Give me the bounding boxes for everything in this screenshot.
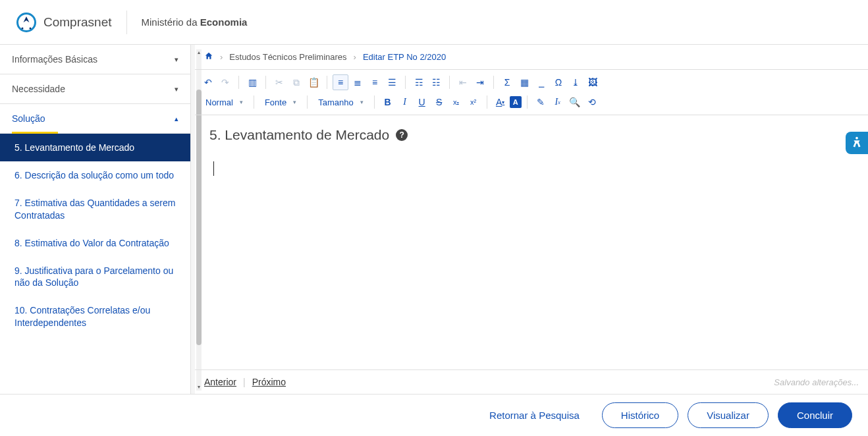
paint-icon[interactable]: ✎ [533,94,549,110]
svg-point-1 [22,27,24,29]
next-link[interactable]: Próximo [252,377,286,387]
numbered-list-icon[interactable]: ☶ [411,74,427,90]
align-center-icon[interactable]: ≣ [350,74,366,90]
sidebar-item-6[interactable]: 6. Descrição da solução como um todo [0,161,190,189]
format-dropdown[interactable]: Normal▾ [200,97,248,107]
svg-point-2 [30,27,32,29]
editor-toolbar: ↶ ↷ ▥ ✂ ⧉ 📋 ≡ ≣ ≡ ☰ ☶ ☷ [195,69,868,115]
bg-color-icon[interactable]: A [510,96,522,108]
svg-point-0 [18,13,36,31]
columns-icon[interactable]: ▥ [244,74,260,90]
image-icon[interactable]: 🖼 [585,74,601,90]
pagebreak-icon[interactable]: ⤓ [568,74,583,90]
subscript-icon[interactable]: x₂ [448,94,464,110]
paste-icon[interactable]: 📋 [306,74,321,90]
sidebar-item-9[interactable]: 9. Justificativa para o Parcelamento ou … [0,257,190,296]
strike-icon[interactable]: S [431,94,447,110]
sidebar-section-necessidade[interactable]: Necessidade ▾ [0,74,190,104]
superscript-icon[interactable]: x² [466,94,481,110]
header-bar: Comprasnet Ministério da Economia [0,0,868,45]
size-dropdown[interactable]: Tamanho▾ [313,97,368,107]
text-cursor [213,161,214,176]
chevron-up-icon: ▴ [175,115,178,123]
saving-status: Salvando alterações... [774,377,859,387]
replace-icon[interactable]: ⟲ [584,94,600,110]
back-link[interactable]: Retornar à Pesquisa [489,410,580,421]
copy-icon[interactable]: ⧉ [288,74,304,90]
align-left-icon[interactable]: ≡ [333,74,348,90]
ministry-label: Ministério da Economia [142,16,248,28]
breadcrumb: › Estudos Técnicos Preliminares › Editar… [195,45,868,69]
underline-icon[interactable]: U [414,94,430,110]
footer-bar: Retornar à Pesquisa Histórico Visualizar… [0,394,868,436]
omega-icon[interactable]: Ω [551,74,566,90]
finish-button[interactable]: Concluir [778,402,852,428]
sidebar-section-informacoes[interactable]: Informações Básicas ▾ [0,45,190,74]
sidebar-item-5[interactable]: 5. Levantamento de Mercado [0,134,190,161]
sidebar-item-8[interactable]: 8. Estimativa do Valor da Contratação [0,229,190,257]
chevron-down-icon: ▾ [175,55,178,64]
main-panel: › Estudos Técnicos Preliminares › Editar… [191,45,868,394]
preview-button[interactable]: Visualizar [688,402,769,428]
cut-icon[interactable]: ✂ [271,74,287,90]
align-right-icon[interactable]: ≡ [367,74,383,90]
undo-icon[interactable]: ↶ [200,74,216,90]
search-icon[interactable]: 🔍 [567,94,583,110]
home-icon[interactable] [204,51,213,63]
clear-format-icon[interactable]: Ix [550,94,566,110]
align-justify-icon[interactable]: ☰ [384,74,400,90]
sidebar-section-solucao[interactable]: Solução ▴ [0,104,190,134]
redo-icon[interactable]: ↷ [217,74,233,90]
breadcrumb-current[interactable]: Editar ETP No 2/2020 [363,52,446,62]
accessibility-widget[interactable] [846,132,868,154]
help-icon[interactable]: ? [396,129,408,141]
italic-icon[interactable]: I [397,94,413,110]
header-divider [126,11,127,34]
hr-icon[interactable]: ⎯ [533,74,549,90]
page-nav: Anterior | Próximo Salvando alterações..… [195,369,868,394]
brand-name: Comprasnet [43,15,112,30]
brand-logo[interactable]: Comprasnet [14,11,112,34]
section-title: 5. Levantamento de Mercado ? [209,127,854,143]
sidebar: Informações Básicas ▾ Necessidade ▾ Solu… [0,45,191,394]
sidebar-item-10[interactable]: 10. Contratações Correlatas e/ou Interde… [0,296,190,336]
prev-link[interactable]: Anterior [204,377,236,387]
bulleted-list-icon[interactable]: ☷ [428,74,444,90]
text-color-icon[interactable]: A▾ [493,94,508,110]
outdent-icon[interactable]: ⇤ [455,74,471,90]
editor-area[interactable]: 5. Levantamento de Mercado ? [195,115,868,369]
comprasnet-icon [14,11,38,34]
bold-icon[interactable]: B [380,94,396,110]
indent-icon[interactable]: ⇥ [472,74,488,90]
table-icon[interactable]: ▦ [516,74,532,90]
chevron-down-icon: ▾ [175,85,178,94]
font-dropdown[interactable]: Fonte▾ [259,97,302,107]
sigma-icon[interactable]: Σ [499,74,515,90]
history-button[interactable]: Histórico [602,402,678,428]
sidebar-item-7[interactable]: 7. Estimativa das Quantidades a serem Co… [0,189,190,229]
breadcrumb-root[interactable]: Estudos Técnicos Preliminares [229,52,346,62]
